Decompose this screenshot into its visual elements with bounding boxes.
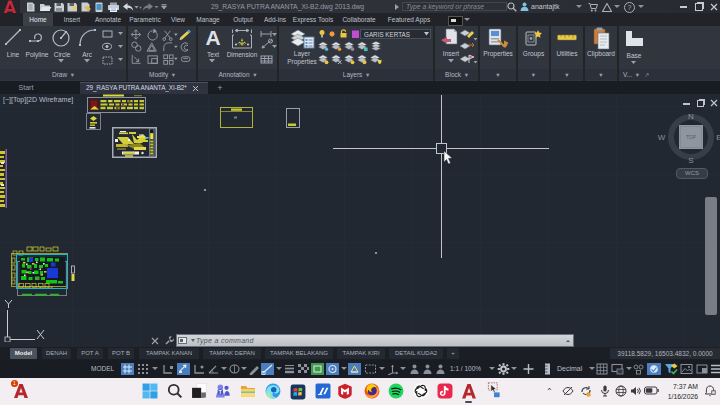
svg-text:N: N — [688, 112, 694, 121]
svg-text:S: S — [688, 156, 693, 165]
svg-text:E: E — [716, 133, 720, 142]
svg-text:W: W — [658, 133, 666, 142]
svg-text:TOP: TOP — [686, 134, 697, 140]
svg-text:T: T — [219, 390, 222, 395]
